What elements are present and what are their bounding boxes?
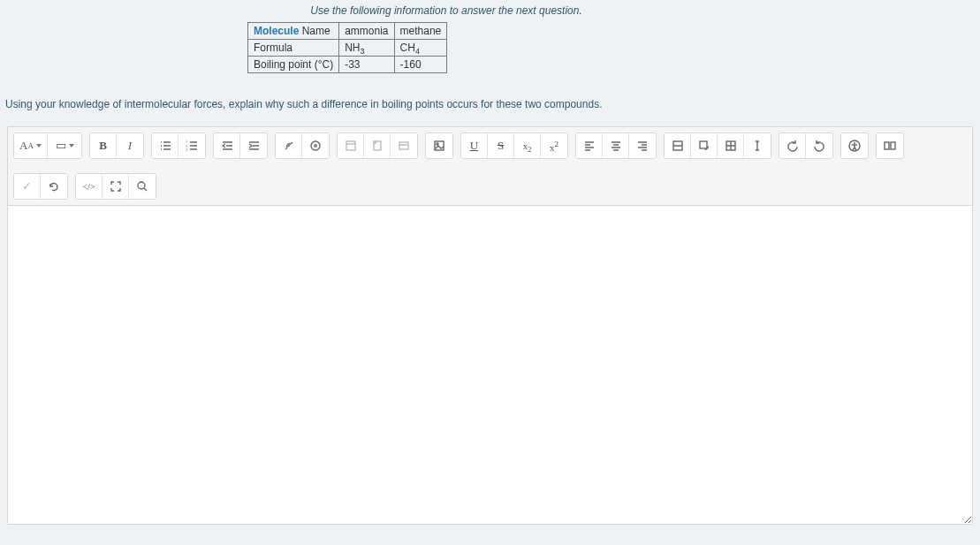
table-row: Boiling point (°C) -33 -160 [248, 57, 447, 73]
toolbar-group [337, 132, 418, 159]
editor-toolbar: AA▭BIUSx2x2✓</> [8, 127, 972, 206]
question-caption: Use the following information to answer … [137, 4, 756, 17]
font-family-dropdown[interactable]: AA [14, 133, 48, 158]
toolbar-group: </> [75, 173, 156, 200]
toolbar-group [213, 132, 268, 159]
font-size-dropdown[interactable]: ▭ [48, 133, 81, 158]
redo-button[interactable] [806, 133, 832, 158]
toolbar-group [151, 132, 206, 159]
toolbar-group [425, 132, 453, 159]
strikethrough-button[interactable]: S [488, 133, 514, 158]
superscript-button[interactable]: x2 [541, 133, 567, 158]
text-cursor-button[interactable] [744, 133, 771, 158]
toolbar-group [575, 132, 657, 159]
insert-table-button[interactable] [718, 133, 744, 158]
align-left-button[interactable] [576, 133, 603, 158]
edit-table-button[interactable] [691, 133, 718, 158]
spellcheck-button[interactable]: ✓ [14, 174, 41, 199]
table-header-col2: methane [394, 23, 447, 40]
ordered-list-button[interactable] [179, 133, 205, 158]
answer-textarea[interactable] [8, 206, 972, 524]
toolbar-group: ✓ [13, 173, 68, 200]
italic-button[interactable]: I [117, 133, 143, 158]
undo-button[interactable] [779, 133, 806, 158]
row-label: Formula [248, 40, 339, 57]
align-center-button[interactable] [603, 133, 629, 158]
insert-file-button[interactable] [364, 133, 391, 158]
info-table: Molecule Name ammonia methane Formula NH… [247, 22, 447, 73]
insert-attachment-button[interactable] [391, 133, 417, 158]
table-row: Formula NH3 CH4 [248, 40, 447, 57]
html-block-button[interactable] [877, 133, 903, 158]
rich-text-editor: AA▭BIUSx2x2✓</> [7, 126, 973, 525]
toolbar-group [664, 132, 771, 159]
row-col1: -33 [339, 57, 394, 73]
row-label: Boiling point (°C) [248, 57, 339, 73]
outdent-button[interactable] [214, 133, 240, 158]
code-view-button[interactable]: </> [76, 174, 103, 199]
indent-button[interactable] [240, 133, 267, 158]
insert-image-button[interactable] [426, 133, 452, 158]
fullscreen-button[interactable] [103, 174, 129, 199]
zoom-button[interactable] [129, 174, 156, 199]
insert-table-row-button[interactable] [665, 133, 691, 158]
toolbar-group [779, 132, 833, 159]
toolbar-group: BI [89, 132, 144, 159]
refresh-button[interactable] [41, 174, 67, 199]
bold-button[interactable]: B [90, 133, 117, 158]
link-button[interactable] [276, 133, 302, 158]
row-col1: NH3 [339, 40, 394, 57]
toolbar-group [876, 132, 904, 159]
record-button[interactable] [302, 133, 329, 158]
row-col2: -160 [394, 57, 447, 73]
toolbar-group [275, 132, 330, 159]
question-prompt: Using your knowledge of intermolecular f… [0, 98, 980, 126]
align-right-button[interactable] [629, 133, 656, 158]
toolbar-group [840, 132, 869, 159]
row-col2: CH4 [394, 40, 447, 57]
table-header-col1: ammonia [339, 23, 394, 40]
toolbar-group: USx2x2 [460, 132, 568, 159]
underline-button[interactable]: U [461, 133, 488, 158]
unordered-list-button[interactable] [152, 133, 179, 158]
table-header-label: Molecule Name [248, 23, 339, 40]
embed-content-button[interactable] [338, 133, 364, 158]
accessibility-button[interactable] [841, 133, 868, 158]
subscript-button[interactable]: x2 [514, 133, 541, 158]
toolbar-group: AA▭ [13, 132, 82, 159]
